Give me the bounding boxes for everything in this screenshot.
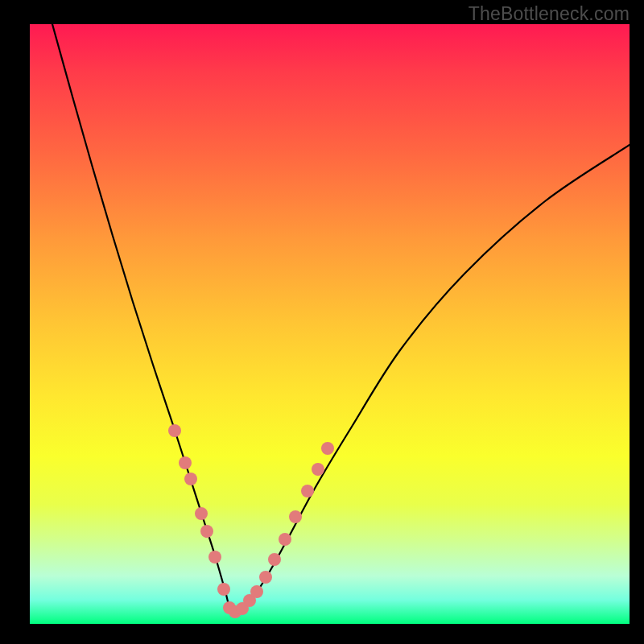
pink-dot — [217, 583, 230, 596]
bottleneck-curve — [52, 24, 630, 614]
pink-dot — [268, 553, 281, 566]
pink-dot — [184, 473, 197, 485]
pink-dot — [179, 456, 192, 469]
watermark-text: TheBottleneck.com — [469, 3, 630, 25]
chart-frame: TheBottleneck.com — [0, 0, 644, 644]
pink-dot — [259, 571, 272, 584]
pink-dots-group — [168, 424, 334, 618]
pink-dot — [250, 585, 263, 598]
pink-dot — [208, 551, 221, 564]
pink-dot — [279, 533, 291, 546]
pink-dot — [321, 442, 334, 455]
curve-layer — [30, 24, 630, 624]
pink-dot — [289, 510, 302, 523]
pink-dot — [195, 507, 208, 520]
plot-area — [30, 24, 630, 624]
pink-dot — [168, 424, 181, 437]
pink-dot — [301, 485, 314, 497]
pink-dot — [200, 525, 213, 538]
pink-dot — [312, 463, 324, 476]
